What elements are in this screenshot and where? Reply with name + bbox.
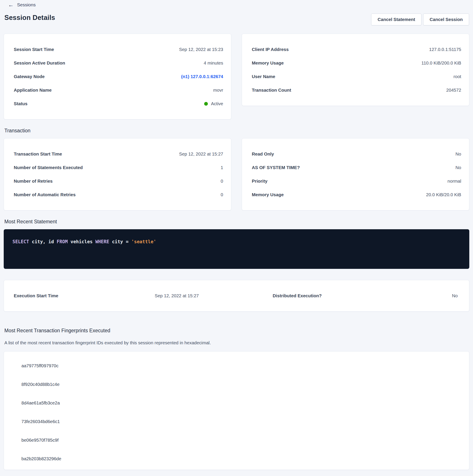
session-memory-usage-label: Memory Usage [252,60,284,66]
session-start-time-value: Sep 12, 2022 at 15:23 [179,47,223,52]
page-header: Session Details Cancel Statement Cancel … [4,14,469,25]
session-summary-card-right: Client IP Address 127.0.0.1:51175 Memory… [242,34,469,106]
session-summary-card-left: Session Start Time Sep 12, 2022 at 15:23… [4,34,231,119]
client-ip-value: 127.0.0.1:51175 [429,47,461,52]
sql-token: 'seattle' [131,239,156,244]
sql-token: WHERE [95,239,109,244]
gateway-node-label: Gateway Node [14,74,45,79]
priority-row: Priority normal [252,174,461,188]
session-summary-row: Session Start Time Sep 12, 2022 at 15:23… [4,34,469,119]
application-name-label: Application Name [14,87,51,93]
transaction-count-label: Transaction Count [252,87,291,93]
fingerprint-list-item: 8f920c40d88b1c4e [21,375,459,393]
session-active-duration-row: Session Active Duration 4 minutes [14,56,223,70]
fingerprints-description: A list of the most recent transaction fi… [4,340,469,346]
gateway-node-link[interactable]: (n1) 127.0.0.1:62674 [181,74,223,79]
back-arrow-icon: ← [8,2,14,8]
session-start-time-label: Session Start Time [14,47,54,52]
status-label: Status [14,101,28,106]
session-active-duration-value: 4 minutes [204,60,223,66]
fingerprint-list-item: 73fe26034bd6e6c1 [21,412,459,431]
transaction-summary-row: Transaction Start Time Sep 12, 2022 at 1… [4,138,469,210]
status-value: Active [211,101,223,106]
transaction-card-right: Read Only No AS OF SYSTEM TIME? No Prior… [242,138,469,210]
status-badge: Active [204,101,223,106]
as-of-system-time-value: No [456,165,461,170]
fingerprint-list-item: ba2b203b823296de [21,449,459,468]
read-only-value: No [456,151,461,157]
user-name-row: User Name root [252,70,461,83]
header-actions: Cancel Statement Cancel Session [371,14,469,25]
fingerprints-section-heading: Most Recent Transaction Fingerprints Exe… [4,327,469,334]
transaction-card-left: Transaction Start Time Sep 12, 2022 at 1… [4,138,231,210]
back-to-sessions-link[interactable]: ← Sessions [8,2,36,8]
as-of-system-time-row: AS OF SYSTEM TIME? No [252,161,461,174]
transaction-count-row: Transaction Count 204572 [252,83,461,97]
read-only-label: Read Only [252,151,274,157]
transaction-memory-usage-label: Memory Usage [252,192,284,197]
transaction-memory-usage-value: 20.0 KiB/20.0 KiB [426,192,461,197]
client-ip-label: Client IP Address [252,47,289,52]
statements-executed-row: Number of Statements Executed 1 [14,161,223,174]
execution-start-time-row: Execution Start Time Sep 12, 2022 at 15:… [14,293,199,298]
cancel-statement-button[interactable]: Cancel Statement [371,14,422,25]
fingerprint-list-item: 8d4ae61a5fb3ce2a [21,393,459,412]
page-title: Session Details [4,14,55,22]
statements-executed-label: Number of Statements Executed [14,165,83,170]
distributed-execution-row: Distributed Execution? No [273,293,458,298]
sql-token: city = [109,239,131,244]
execution-summary-card: Execution Start Time Sep 12, 2022 at 15:… [4,280,469,311]
sql-statement: SELECT city, id FROM vehicles WHERE city… [13,238,460,245]
session-memory-usage-row: Memory Usage 110.0 KiB/200.0 KiB [252,56,461,70]
transaction-start-time-row: Transaction Start Time Sep 12, 2022 at 1… [14,147,223,161]
application-name-row: Application Name movr [14,83,223,97]
as-of-system-time-label: AS OF SYSTEM TIME? [252,165,300,170]
status-active-dot-icon [204,102,208,106]
transaction-section-heading: Transaction [4,127,469,134]
fingerprint-list-item: be06e9570f785c9f [21,431,459,449]
user-name-label: User Name [252,74,275,79]
fingerprint-list-item: aa79775ff097970c [21,356,459,375]
sql-token: FROM [57,239,68,244]
cancel-session-button[interactable]: Cancel Session [423,14,469,25]
back-link-label: Sessions [17,2,36,8]
transaction-start-time-value: Sep 12, 2022 at 15:27 [179,151,223,157]
read-only-row: Read Only No [252,147,461,161]
sql-statement-box: SELECT city, id FROM vehicles WHERE city… [4,229,469,269]
sql-token: city, id [29,239,57,244]
user-name-value: root [454,74,461,79]
execution-start-time-value: Sep 12, 2022 at 15:27 [155,293,199,298]
transaction-memory-usage-row: Memory Usage 20.0 KiB/20.0 KiB [252,188,461,202]
number-of-retries-row: Number of Retries 0 [14,174,223,188]
client-ip-row: Client IP Address 127.0.0.1:51175 [252,43,461,56]
transaction-count-value: 204572 [446,87,461,93]
automatic-retries-value: 0 [221,192,223,197]
status-row: Status Active [14,97,223,110]
automatic-retries-row: Number of Automatic Retries 0 [14,188,223,202]
number-of-retries-value: 0 [221,178,223,184]
session-start-time-row: Session Start Time Sep 12, 2022 at 15:23 [14,43,223,56]
session-memory-usage-value: 110.0 KiB/200.0 KiB [422,60,461,66]
gateway-node-row: Gateway Node (n1) 127.0.0.1:62674 [14,70,223,83]
sql-token: SELECT [13,239,29,244]
distributed-execution-value: No [452,293,458,298]
priority-value: normal [447,178,461,184]
priority-label: Priority [252,178,268,184]
statements-executed-value: 1 [221,165,223,170]
execution-start-time-label: Execution Start Time [14,293,58,298]
most-recent-statement-heading: Most Recent Statement [4,218,469,225]
application-name-value: movr [213,87,223,93]
automatic-retries-label: Number of Automatic Retries [14,192,76,197]
session-details-page: ← Sessions Session Details Cancel Statem… [0,0,473,476]
transaction-start-time-label: Transaction Start Time [14,151,62,157]
distributed-execution-label: Distributed Execution? [273,293,322,298]
sql-token: vehicles [68,239,95,244]
number-of-retries-label: Number of Retries [14,178,53,184]
session-active-duration-label: Session Active Duration [14,60,65,66]
fingerprints-card: aa79775ff097970c 8f920c40d88b1c4e 8d4ae6… [4,351,469,470]
